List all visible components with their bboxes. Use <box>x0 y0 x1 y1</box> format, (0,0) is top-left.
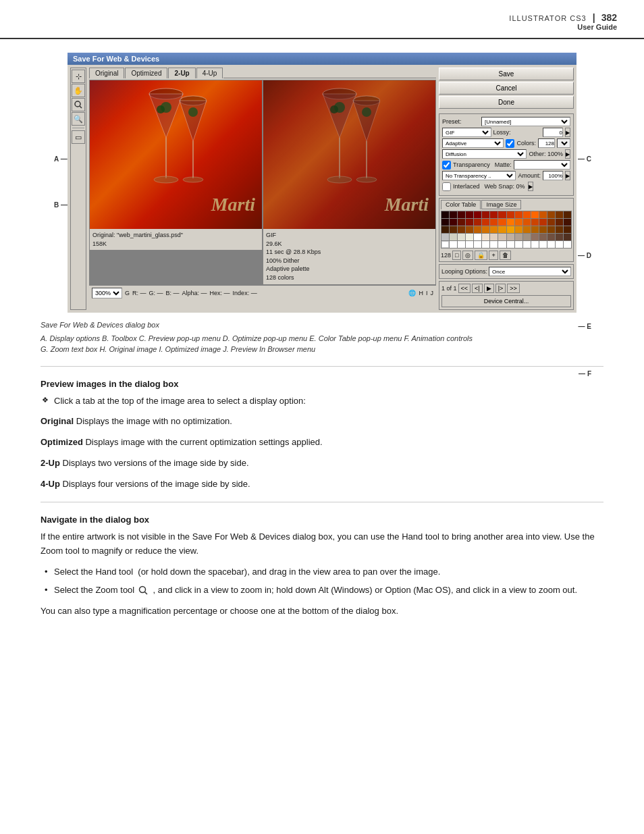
adaptive-check[interactable] <box>506 139 514 148</box>
tab-2up[interactable]: 2-Up <box>168 68 195 78</box>
color-grid <box>441 211 572 249</box>
color-cell <box>547 219 555 226</box>
done-button[interactable]: Done <box>439 96 574 109</box>
anim-last[interactable]: >> <box>507 284 520 293</box>
interlaced-label: Interlaced <box>453 183 480 190</box>
color-cell <box>498 241 506 248</box>
anim-row: 1 of 1 << <| ▶ |> >> <box>441 284 571 293</box>
browser-btn[interactable]: 🌐 <box>408 290 416 296</box>
tab-4up[interactable]: 4-Up <box>196 68 223 78</box>
anim-next[interactable]: |> <box>495 284 506 293</box>
color-cell <box>458 211 465 218</box>
color-cell <box>441 211 449 218</box>
preset-select[interactable]: [Unnamed] <box>481 117 570 126</box>
color-cell <box>507 234 514 240</box>
animation-controls: 1 of 1 << <| ▶ |> >> Device Central... <box>439 281 574 310</box>
color-cell <box>441 241 449 248</box>
color-cell <box>531 241 539 248</box>
ct-btn-3[interactable]: 🔒 <box>475 251 487 260</box>
label-C: — C <box>578 155 591 163</box>
notrans-select[interactable]: No Transparency .. <box>442 171 516 180</box>
color-cell <box>474 219 481 226</box>
ct-btn-5[interactable]: 🗑 <box>500 251 511 260</box>
color-cell <box>458 234 465 240</box>
section-divider <box>41 366 603 367</box>
zoom-select[interactable]: 300% 100% 200% <box>92 288 122 298</box>
ct-tab-imagesize[interactable]: Image Size <box>481 200 521 209</box>
tab-original[interactable]: Original <box>89 68 124 78</box>
diffusion-select[interactable]: Diffusion <box>442 149 527 159</box>
colors-select[interactable]: v <box>557 138 570 148</box>
matte-select[interactable] <box>514 160 570 170</box>
image-filesize-2: 29.6K <box>266 240 433 249</box>
color-cell <box>556 226 563 233</box>
lossy-input[interactable] <box>543 128 563 137</box>
amount-input[interactable] <box>543 171 563 180</box>
device-central-button[interactable]: Device Central... <box>441 295 571 307</box>
tool-hand[interactable]: ✋ <box>72 84 85 97</box>
anim-first[interactable]: << <box>458 284 471 293</box>
color-cell <box>523 226 531 233</box>
color-cell <box>490 234 498 240</box>
label-r: R: — <box>132 290 146 296</box>
color-cell <box>441 226 449 233</box>
save-button[interactable]: Save <box>439 68 574 80</box>
color-cell <box>539 219 547 226</box>
tool-select[interactable]: ⊹ <box>72 70 85 83</box>
color-cell <box>498 226 506 233</box>
color-table-panel: Color Table Image Size <box>439 198 574 262</box>
image-filename: Original: "web_martini_glass.psd" <box>92 231 259 240</box>
section-navigate: Navigate in the dialog box If the entire… <box>41 515 603 618</box>
websnap-arrow[interactable]: ▶ <box>528 182 533 191</box>
dialog-box: Save For Web & Devices ⊹ ✋ 🔍 ▭ <box>68 53 576 313</box>
tool-toggle[interactable]: ▭ <box>72 130 85 144</box>
color-cell <box>474 234 481 240</box>
matte-label: Matte: <box>495 161 512 168</box>
ct-tab-colortable[interactable]: Color Table <box>441 200 481 209</box>
adaptive-select[interactable]: Adaptive <box>442 138 504 148</box>
section-heading-navigate: Navigate in the dialog box <box>41 515 603 525</box>
svg-point-5 <box>154 176 178 183</box>
tool-eyedropper[interactable]: 🔍 <box>72 112 85 126</box>
colors-input[interactable] <box>538 138 555 148</box>
colors-label: Colors: <box>516 140 536 147</box>
color-cell <box>515 226 522 233</box>
lossy-arrow[interactable]: ▶ <box>565 128 570 137</box>
color-cell <box>523 219 531 226</box>
color-cell <box>498 211 506 218</box>
ct-btn-4[interactable]: + <box>489 251 498 260</box>
format-select[interactable]: GIF <box>442 128 491 137</box>
color-cell <box>507 241 514 248</box>
color-cell <box>466 219 473 226</box>
color-cell <box>441 219 449 226</box>
label-hex: Hex: — <box>210 290 230 296</box>
color-cell <box>507 211 514 218</box>
other-arrow[interactable]: ▶ <box>565 149 570 159</box>
tab-optimized[interactable]: Optimized <box>125 68 167 78</box>
amount-arrow[interactable]: ▶ <box>565 171 570 180</box>
cancel-button[interactable]: Cancel <box>439 82 574 95</box>
svg-marker-20 <box>353 101 380 141</box>
svg-point-22 <box>356 177 377 182</box>
toolbox: ⊹ ✋ 🔍 ▭ <box>70 68 86 310</box>
anim-prev[interactable]: <| <box>472 284 483 293</box>
interlaced-check[interactable] <box>442 182 451 191</box>
tool-zoom[interactable] <box>72 98 85 111</box>
diffusion-row: Diffusion Other: 100% ▶ <box>442 149 570 159</box>
transparency-check[interactable] <box>442 161 451 170</box>
preview-tabs: Original Optimized 2-Up 4-Up <box>89 68 436 78</box>
color-cell <box>450 234 457 240</box>
color-cell <box>539 211 547 218</box>
ct-btn-2[interactable]: ◎ <box>462 251 473 260</box>
martini-text-2: Marti <box>385 194 429 215</box>
ct-btn-1[interactable]: □ <box>452 251 461 260</box>
color-cell <box>466 226 473 233</box>
color-cell <box>547 241 555 248</box>
dialog-right-panel: Save Cancel Done Preset: [Unnamed] <box>439 68 574 310</box>
color-cell <box>515 219 522 226</box>
looping-select[interactable]: Once <box>489 267 571 276</box>
diamond-list: Click a tab at the top of the image area… <box>41 394 603 409</box>
anim-play[interactable]: ▶ <box>484 284 494 293</box>
frame-info: 1 of 1 <box>441 285 457 292</box>
color-cell <box>498 234 506 240</box>
